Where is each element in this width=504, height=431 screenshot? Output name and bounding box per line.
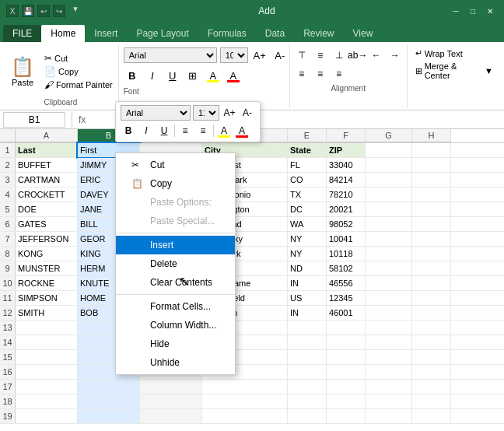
cell-a13[interactable]	[16, 321, 78, 335]
cell-g1[interactable]	[366, 143, 412, 157]
mini-size-select[interactable]: 11	[193, 105, 219, 121]
cell-g8[interactable]	[366, 247, 412, 261]
tab-review[interactable]: Review	[294, 25, 343, 42]
cell-g11[interactable]	[366, 291, 412, 305]
cell-e4[interactable]: TX	[288, 187, 327, 201]
ctx-delete[interactable]: Delete	[116, 254, 235, 273]
font-grow-button[interactable]: A+	[251, 47, 268, 64]
tab-page-layout[interactable]: Page Layout	[127, 25, 198, 42]
cell-a5[interactable]: DOE	[16, 202, 78, 216]
col-header-f[interactable]: F	[327, 129, 366, 142]
cell-h4[interactable]	[412, 187, 451, 201]
cell-e7[interactable]: NY	[288, 232, 327, 246]
merge-center-button[interactable]: ⊞ Merge & Center ▼	[412, 60, 496, 82]
col-header-e[interactable]: E	[288, 129, 327, 142]
cell-h5[interactable]	[412, 202, 451, 216]
ctx-unhide[interactable]: Unhide	[116, 353, 235, 372]
font-color-button[interactable]: A	[225, 67, 242, 84]
cell-e8[interactable]: NY	[288, 247, 327, 261]
cell-a6[interactable]: GATES	[16, 217, 78, 231]
tab-data[interactable]: Data	[256, 25, 294, 42]
bold-button[interactable]: B	[124, 67, 141, 84]
align-bottom-button[interactable]: ⊥	[331, 47, 348, 64]
cell-h10[interactable]	[412, 276, 451, 290]
cell-a12[interactable]: SMITH	[16, 306, 78, 320]
cell-f2[interactable]: 33040	[327, 158, 366, 172]
cell-g3[interactable]	[366, 173, 412, 187]
cell-a8[interactable]: KONG	[16, 247, 78, 261]
ctx-clear-contents[interactable]: Clear Contents	[116, 273, 235, 292]
cell-a11[interactable]: SIMPSON	[16, 291, 78, 305]
ctx-cut[interactable]: ✂ Cut	[116, 156, 235, 174]
cell-h13[interactable]	[412, 321, 451, 335]
mini-align-left-button[interactable]: ≡	[177, 123, 193, 138]
cell-e10[interactable]: IN	[288, 276, 327, 290]
cell-a4[interactable]: CROCKETT	[16, 187, 78, 201]
mini-font-grow-button[interactable]: A+	[222, 105, 237, 121]
cell-e9[interactable]: ND	[288, 261, 327, 275]
italic-button[interactable]: I	[144, 67, 161, 84]
font-shrink-button[interactable]: A-	[271, 47, 289, 64]
cell-h11[interactable]	[412, 291, 451, 305]
mini-font-select[interactable]: Arial	[121, 105, 191, 121]
cell-f7[interactable]: 10041	[327, 232, 366, 246]
mini-fill-color-button[interactable]: A	[216, 123, 232, 138]
cell-a2[interactable]: BUFFET	[16, 158, 78, 172]
cell-f8[interactable]: 10118	[327, 247, 366, 261]
cell-f9[interactable]: 58102	[327, 261, 366, 275]
paste-button[interactable]: 📋 Paste	[6, 50, 39, 93]
ctx-insert[interactable]: Insert	[116, 236, 235, 254]
cell-g10[interactable]	[366, 276, 412, 290]
col-header-g[interactable]: G	[366, 129, 412, 142]
cell-e5[interactable]: DC	[288, 202, 327, 216]
cell-g13[interactable]	[366, 321, 412, 335]
maximize-button[interactable]: □	[465, 5, 481, 17]
redo-icon[interactable]: ↪	[53, 5, 65, 17]
cell-f5[interactable]: 20021	[327, 202, 366, 216]
cell-f12[interactable]: 46001	[327, 306, 366, 320]
col-header-h[interactable]: H	[412, 129, 451, 142]
copy-button[interactable]: 📄 Copy	[42, 65, 115, 78]
cell-f10[interactable]: 46556	[327, 276, 366, 290]
undo-icon[interactable]: ↩	[37, 5, 50, 17]
tab-file[interactable]: FILE	[3, 25, 41, 42]
cell-a3[interactable]: CARTMAN	[16, 173, 78, 187]
align-left-button[interactable]: ≡	[293, 65, 310, 82]
ctx-copy[interactable]: 📋 Copy	[116, 174, 235, 193]
close-button[interactable]: ✕	[482, 5, 498, 17]
cell-a9[interactable]: MUNSTER	[16, 261, 78, 275]
save-icon[interactable]: 💾	[22, 5, 34, 17]
cell-e6[interactable]: WA	[288, 217, 327, 231]
mini-align-center-button[interactable]: ≡	[195, 123, 211, 138]
underline-button[interactable]: U	[164, 67, 181, 84]
align-middle-button[interactable]: ≡	[312, 47, 329, 64]
align-top-button[interactable]: ⊤	[293, 47, 310, 64]
border-button[interactable]: ⊞	[184, 67, 201, 84]
cell-f13[interactable]	[327, 321, 366, 335]
merge-dropdown-icon[interactable]: ▼	[485, 66, 493, 75]
cell-a10[interactable]: ROCKNE	[16, 276, 78, 290]
format-painter-button[interactable]: 🖌 Format Painter	[42, 79, 115, 91]
cell-e13[interactable]	[288, 321, 327, 335]
cell-e3[interactable]: CO	[288, 173, 327, 187]
mini-italic-button[interactable]: I	[138, 123, 154, 138]
mini-font-color-button[interactable]: A	[234, 123, 250, 138]
cell-h2[interactable]	[412, 158, 451, 172]
cell-g6[interactable]	[366, 217, 412, 231]
fill-color-button[interactable]: A	[205, 67, 222, 84]
ctx-format-cells[interactable]: Format Cells...	[116, 297, 235, 316]
cell-g7[interactable]	[366, 232, 412, 246]
mini-font-shrink-button[interactable]: A-	[240, 105, 255, 121]
cell-g2[interactable]	[366, 158, 412, 172]
align-right-button[interactable]: ≡	[331, 65, 348, 82]
cell-h6[interactable]	[412, 217, 451, 231]
cell-h8[interactable]	[412, 247, 451, 261]
cell-h7[interactable]	[412, 232, 451, 246]
cell-a7[interactable]: JEFFERSON	[16, 232, 78, 246]
font-name-select[interactable]: Arial	[124, 47, 217, 63]
tab-insert[interactable]: Insert	[85, 25, 127, 42]
cell-f11[interactable]: 12345	[327, 291, 366, 305]
align-center-button[interactable]: ≡	[312, 65, 329, 82]
cell-f4[interactable]: 78210	[327, 187, 366, 201]
cell-h9[interactable]	[412, 261, 451, 275]
